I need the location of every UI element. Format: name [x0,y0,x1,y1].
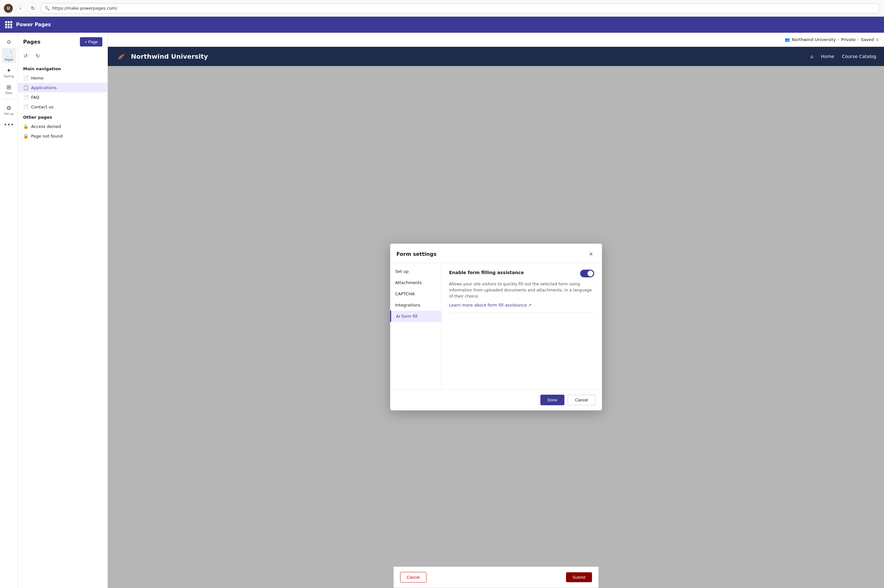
nav-home-link[interactable]: Home [821,54,834,59]
app-title: Power Pages [16,22,51,28]
main-nav-title: Main navigation [18,63,107,73]
modal-nav-attachments[interactable]: Attachments [390,277,441,288]
done-button[interactable]: Done [540,394,564,405]
modal-body: Set up Attachments CAPTCHA [390,263,602,389]
nav-item-label: FAQ [31,95,39,100]
website-header: Northwind University ⌂ Home Course Catal… [108,47,884,66]
chevron-down-icon: ∨ [876,37,879,42]
modal-nav-setup[interactable]: Set up [390,266,441,277]
logo-bird-icon [116,51,127,62]
lock-icon: 🔒 [23,124,29,129]
sidebar-item-data[interactable]: ⊞ Data [2,81,16,96]
sidebar-item-setup[interactable]: ⚙ Set up [2,102,16,117]
website-body: Cancel Submit Form settings [108,66,884,588]
data-icon: ⊞ [6,84,11,90]
modal-footer: Done Cancel [390,389,602,410]
site-info[interactable]: 👥 Northwind University - Private - Saved… [785,37,879,42]
address-bar[interactable]: 🔍 https://make.powerpages.com/ [41,3,880,14]
sidebar-item-label: Styling [4,75,14,78]
page-icon: 📄 [23,104,29,110]
main-area: ⌂ 📄 Pages ✦ Styling ⊞ Data ⚙ Set up ••• [0,33,884,588]
undo-icon: ↺ [23,53,28,59]
sidebar-item-label: Pages [5,58,13,61]
modal-content: Enable form filling assistance [442,263,602,389]
app-shell: Power Pages ⌂ 📄 Pages ✦ Styling ⊞ Data ⚙ [0,16,884,588]
pages-toolbar: ↺ ↻ [18,50,107,63]
sidebar-item-pages[interactable]: 📄 Pages [2,48,16,63]
icon-sidebar: ⌂ 📄 Pages ✦ Styling ⊞ Data ⚙ Set up ••• [0,33,18,588]
website-logo: Northwind University [116,51,208,62]
nav-item-home[interactable]: 📄 Home [18,73,107,83]
site-separator2: - [858,37,859,42]
website-container: Northwind University ⌂ Home Course Catal… [108,47,884,588]
nav-item-label: Contact us [31,105,54,110]
form-fill-toggle[interactable] [580,270,594,278]
home-icon: ⌂ [7,38,11,45]
pages-panel-title: Pages [23,39,41,45]
add-page-button[interactable]: + Page [80,37,102,46]
browser-chrome: U ‹ ↻ 🔍 https://make.powerpages.com/ [0,0,884,16]
site-status: Saved [861,37,874,42]
redo-icon: ↻ [36,53,40,59]
pages-panel: Pages + Page ↺ ↻ Main navigation 📄 Home [18,33,108,588]
more-options-icon[interactable]: ••• [1,118,17,130]
website-nav: ⌂ Home Course Catalog [810,54,876,59]
learn-more-label: Learn more about form fill assistance [449,303,527,308]
people-icon: 👥 [785,37,790,42]
sidebar-separator [3,99,15,99]
modal-nav-captcha[interactable]: CAPTCHA [390,288,441,300]
nav-item-applications[interactable]: 📋 Applications [18,83,107,92]
website-title: Northwind University [131,52,208,60]
modal-nav-integrations[interactable]: Integrations [390,300,441,310]
undo-button[interactable]: ↺ [21,51,30,61]
nav-item-label: Access denied [31,124,61,129]
page-icon: 📄 [23,94,29,100]
external-link-icon: ↗ [528,303,532,308]
section-description: Allows your site visitors to quickly fil… [449,281,594,299]
home-nav-icon: ⌂ [810,54,813,59]
refresh-button[interactable]: ↻ [28,4,37,13]
nav-item-access-denied[interactable]: 🔒 Access denied [18,122,107,131]
sidebar-item-home[interactable]: ⌂ [2,35,16,46]
modal-close-button[interactable]: ✕ [586,249,595,258]
modal-nav-ai-form-fill[interactable]: AI form fill [390,310,441,322]
nav-item-label: Home [31,76,43,81]
sidebar-item-styling[interactable]: ✦ Styling [2,64,16,80]
close-icon: ✕ [589,251,593,257]
add-page-label: + Page [84,39,98,44]
nav-item-label: Applications [31,85,57,90]
setup-icon: ⚙ [6,105,11,111]
site-visibility: Private [841,37,855,42]
nav-item-faq[interactable]: 📄 FAQ [18,92,107,102]
site-separator: - [838,37,839,42]
modal-title: Form settings [397,251,437,257]
learn-more-link[interactable]: Learn more about form fill assistance ↗ [449,303,532,308]
styling-icon: ✦ [6,67,11,74]
lock-icon: 🔒 [23,134,29,138]
back-button[interactable]: ‹ [16,4,25,13]
toggle-thumb [588,271,593,276]
cancel-button[interactable]: Cancel [568,394,595,405]
site-toolbar: 👥 Northwind University - Private - Saved… [108,33,884,47]
user-avatar: U [4,4,13,13]
apps-icon[interactable] [5,21,12,28]
modal-backdrop: Form settings ✕ Set up [108,66,884,588]
pages-panel-header: Pages + Page [18,33,107,50]
url-text: https://make.powerpages.com/ [52,6,117,10]
modal-header: Form settings ✕ [390,244,602,263]
nav-item-contact[interactable]: 📄 Contact us [18,102,107,112]
sidebar-item-label: Set up [4,112,14,116]
nav-item-page-not-found[interactable]: 🔒 Page not found [18,131,107,141]
site-name: Northwind University [792,37,836,42]
modal-sidebar: Set up Attachments CAPTCHA [390,263,442,389]
redo-button[interactable]: ↻ [33,51,42,61]
page-icon: 📋 [23,85,29,90]
nav-course-catalog-link[interactable]: Course Catalog [842,54,876,59]
toggle-track [580,270,594,278]
top-nav: Power Pages [0,16,884,33]
section-title: Enable form filling assistance [449,270,524,275]
sidebar-item-label: Data [6,92,12,94]
pages-icon: 📄 [6,50,12,57]
search-icon: 🔍 [45,6,50,10]
site-preview: 👥 Northwind University - Private - Saved… [108,33,884,588]
